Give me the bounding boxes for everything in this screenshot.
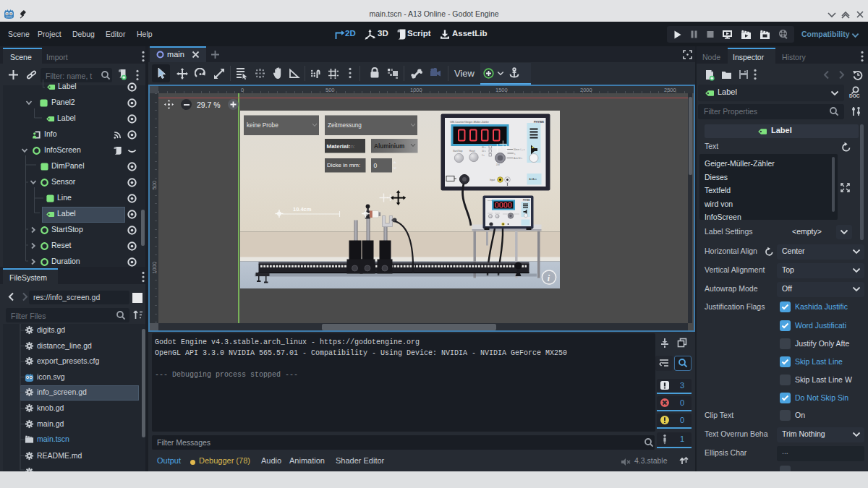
svg-text:1 s: 1 s [482,153,485,156]
svg-text:hren:: hren: [342,142,355,149]
svg-text:keine Probe: keine Probe [247,121,278,128]
svg-text:Reset: Reset [469,150,475,153]
svg-text:GM-Counter/Geiger-Müller-Zähle: GM-Counter/Geiger-Müller-Zähler [450,121,490,124]
svg-text:60mm ¹⁄₁₀₀ s: 60mm ¹⁄₁₀₀ s [514,148,525,151]
svg-text:10.4cm: 10.4cm [293,205,312,212]
svg-text:Zeit: Zeit [496,163,500,166]
svg-text:Dicke in mm:: Dicke in mm: [327,162,360,168]
svg-text:30 s: 30 s [482,145,486,148]
svg-text:Input: Input [490,179,495,181]
svg-text:DOC: DOC [849,93,860,98]
svg-text:An/Aus: An/Aus [529,178,537,181]
svg-text:10 s: 10 s [482,150,486,153]
svg-text:Start/Stop: Start/Stop [453,150,463,153]
svg-text:Zeitmessung: Zeitmessung [328,121,362,128]
svg-text:PHYWE: PHYWE [523,198,530,201]
svg-text:Aluminium: Aluminium [374,142,404,149]
svg-text:Auto 50 s: Auto 50 s [514,157,522,160]
svg-text:0: 0 [373,161,377,168]
